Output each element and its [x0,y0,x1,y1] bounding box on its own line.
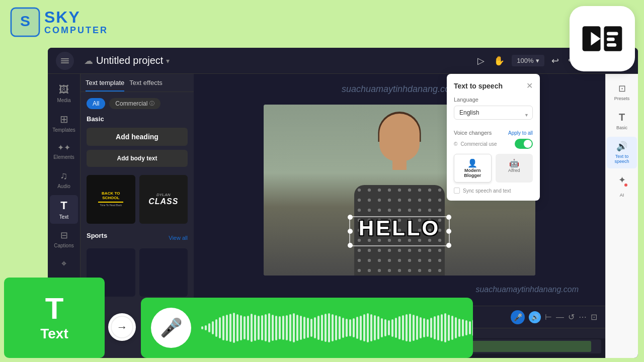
sidebar-item-media[interactable]: 🖼 Media [50,80,78,107]
view-all-link[interactable]: View all [169,235,188,241]
bts-line2: SCHOOL [98,196,123,201]
basic-label: Basic [616,125,627,131]
waveform-bar [289,314,291,342]
waveform-bar [430,318,432,338]
sidebar-item-extra[interactable]: ⌖ [50,254,78,273]
info-icon: ⓘ [149,100,154,107]
commercial-icon: © [454,141,457,147]
waveform-bar [261,315,263,340]
tts-label: Text tospeech [614,154,629,165]
logo-text: SKY COMPUTER [44,9,108,36]
add-heading-btn[interactable]: Add heading [87,128,188,146]
captions-label: Captions [54,243,73,248]
waveform-bar [247,316,249,340]
preset-item-presets[interactable]: ⊡ Presets [607,79,637,106]
media-icon: 🖼 [59,84,69,96]
extra-icon: ⌖ [61,258,66,269]
hand-tool-btn[interactable]: ✋ [492,53,507,68]
waveform-bar [236,314,238,342]
waveform-bar [416,316,418,340]
tts-language-select[interactable]: English [454,106,533,120]
voice-option-blogger[interactable]: 👤 Modern Blogger [454,154,492,183]
speaker-btn[interactable]: 🔊 [529,311,541,323]
waveform-bar [268,313,270,342]
text-label: Text [59,214,68,220]
waveform-bar [205,325,207,331]
preset-item-ai[interactable]: ✦ AI [607,170,637,202]
waveform-bar [444,313,446,342]
sidebar-item-audio[interactable]: ♫ Audio [50,166,78,193]
waveform-bar [272,315,274,341]
svg-rect-8 [607,43,616,47]
svg-rect-6 [607,32,618,36]
waveform-bar [391,319,393,337]
waveform-bar [307,318,309,338]
waveform-bar [469,321,471,335]
filter-row: All Commercial ⓘ [87,98,188,109]
waveform-bar [420,317,422,338]
basic-section-title: Basic [87,115,188,123]
audio-label: Audio [57,184,70,189]
waveform-bar [413,315,415,341]
play-action-btn[interactable]: ▷ [475,53,487,68]
commercial-use-toggle[interactable] [515,139,533,149]
template-bts[interactable]: BACK TO SCHOOL Time To Head Back [87,175,135,224]
project-dropdown-arrow[interactable]: ▾ [166,57,170,65]
template-class[interactable]: DYLAN CLASS [139,175,188,224]
waveform-bar [317,316,319,340]
waveform-bar [388,320,390,335]
sidebar-toggle-btn[interactable] [56,52,74,70]
expand-btn[interactable]: ⊡ [591,312,597,322]
preset-item-basic[interactable]: T Basic [607,108,637,135]
waveform-bar [300,316,302,340]
templates-icon: ⊞ [60,113,68,125]
minus-btn[interactable]: — [556,313,564,322]
tab-text-template[interactable]: Text template [86,79,124,92]
filter-all-btn[interactable]: All [87,98,105,109]
add-body-btn[interactable]: Add body text [87,150,188,167]
sidebar-item-text[interactable]: T Text [50,195,78,224]
capcut-logo-icon [580,21,625,56]
elements-icon: ✦✦ [57,143,70,152]
zoom-selector[interactable]: 100% ▾ [512,55,544,66]
waveform-bar [208,323,210,332]
svg-rect-7 [607,38,615,41]
waveform-bar [244,316,246,339]
waveform-bar [265,314,267,342]
presets-label: Presets [614,96,630,102]
apply-to-all-link[interactable]: Apply to all [508,130,533,136]
filter-commercial-btn[interactable]: Commercial ⓘ [109,98,160,109]
waveform-bar [212,321,214,335]
waveform-bar [233,313,235,343]
template-grid: BACK TO SCHOOL Time To Head Back DYLAN C… [87,175,188,224]
waveform-bar [342,318,344,338]
svg-rect-9 [61,58,69,59]
tab-text-effects[interactable]: Text effects [129,79,163,92]
logo-sky: SKY [44,9,108,25]
loop-btn[interactable]: ↺ [568,312,575,322]
tts-close-btn[interactable]: ✕ [526,81,533,90]
sidebar-item-templates[interactable]: ⊞ Templates [50,109,78,137]
waveform-bar [381,318,383,338]
sidebar-item-elements[interactable]: ✦✦ Elements [50,139,78,164]
waveform-bar [406,314,408,342]
mic-btn[interactable]: 🎤 [511,310,525,324]
audio-icon: ♫ [60,170,68,182]
capcut-logo-box [570,6,635,71]
preset-item-tts[interactable]: 🔊 Text tospeech [607,137,637,169]
waveform-bar [215,319,217,337]
waveform-bar [423,318,425,338]
templates-label: Templates [52,127,75,133]
voice-option-alfred[interactable]: 🤖 Alfred [496,154,533,183]
sync-checkbox[interactable] [454,188,460,194]
undo-btn[interactable]: ↩ [549,53,561,68]
split-btn[interactable]: ⊢ [545,312,552,322]
waveform-bar [451,316,453,340]
video-container[interactable]: HELLO [194,74,605,306]
tts-language-wrapper: English [454,106,533,125]
more-btn[interactable]: ⋯ [579,312,587,322]
sports-template-2[interactable] [139,248,188,297]
waveform-bar [293,313,295,342]
sidebar-item-captions[interactable]: ⊟ Captions [50,226,78,252]
arrow-circle[interactable]: → [108,313,136,341]
